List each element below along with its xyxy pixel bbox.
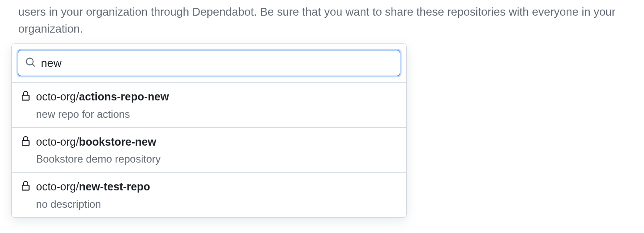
repo-name: octo-org/bookstore-new [36, 135, 398, 149]
repo-description: Bookstore demo repository [36, 153, 398, 165]
result-item[interactable]: octo-org/actions-repo-new new repo for a… [12, 83, 406, 128]
lock-icon [20, 136, 31, 148]
repo-repo: actions-repo-new [79, 90, 169, 103]
repo-name: octo-org/new-test-repo [36, 180, 398, 194]
repo-owner: octo-org/ [36, 136, 79, 148]
repo-owner: octo-org/ [36, 90, 79, 103]
result-item[interactable]: octo-org/new-test-repo no description [12, 173, 406, 217]
search-icon [25, 57, 36, 69]
repo-repo: bookstore-new [79, 136, 156, 148]
result-content: octo-org/bookstore-new Bookstore demo re… [36, 135, 398, 166]
repo-description: new repo for actions [36, 108, 398, 120]
repo-search-dropdown: octo-org/actions-repo-new new repo for a… [11, 43, 407, 218]
search-box[interactable] [18, 50, 400, 76]
lock-icon [20, 91, 31, 103]
repo-repo: new-test-repo [79, 180, 150, 193]
result-content: octo-org/actions-repo-new new repo for a… [36, 90, 398, 120]
repo-owner: octo-org/ [36, 180, 79, 193]
results-list: octo-org/actions-repo-new new repo for a… [12, 82, 406, 217]
result-item[interactable]: octo-org/bookstore-new Bookstore demo re… [12, 128, 406, 173]
repo-name: octo-org/actions-repo-new [36, 90, 398, 104]
lock-icon [20, 181, 31, 193]
search-wrapper [12, 50, 406, 82]
page-description: users in your organization through Depen… [0, 0, 626, 37]
repo-description: no description [36, 198, 398, 210]
result-content: octo-org/new-test-repo no description [36, 180, 398, 210]
search-input[interactable] [41, 57, 393, 70]
